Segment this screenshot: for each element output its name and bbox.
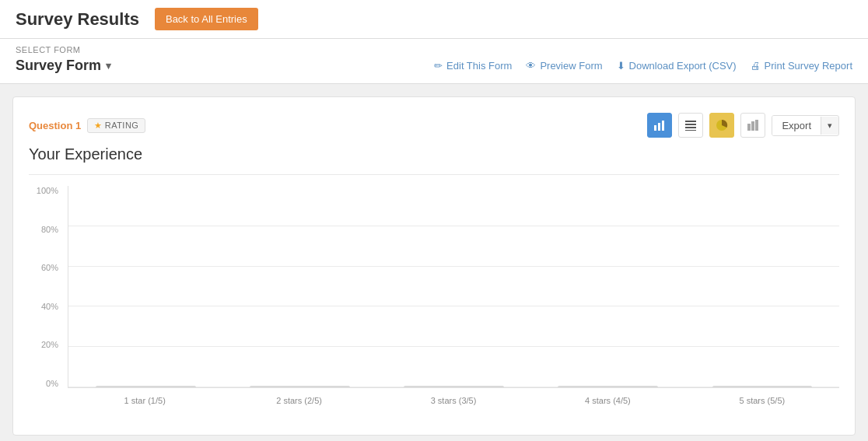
question-title: Your Experience (29, 145, 839, 163)
export-dropdown[interactable]: Export ▾ (772, 115, 839, 136)
page-title: Survey Results (16, 9, 139, 30)
histogram-icon (747, 119, 759, 131)
svg-rect-11 (755, 120, 758, 131)
svg-rect-0 (654, 125, 656, 131)
preview-form-label: Preview Form (540, 60, 602, 72)
bar-group (222, 386, 376, 387)
bar-group (376, 386, 530, 387)
selected-form-name: Survey Form (16, 58, 101, 74)
header-left: Survey Results Back to All Entries (16, 8, 258, 30)
table-view-button[interactable] (678, 113, 703, 138)
select-form-label: SELECT FORM (16, 45, 852, 54)
question-meta: Question 1 ★ RATING (29, 118, 145, 133)
bar-group (685, 386, 839, 387)
main-content: Question 1 ★ RATING (0, 84, 868, 441)
svg-rect-5 (685, 127, 696, 128)
download-export-label: Download Export (CSV) (629, 60, 737, 72)
preview-form-link[interactable]: 👁 Preview Form (526, 60, 602, 72)
edit-form-label: Edit This Form (446, 60, 512, 72)
question-type-badge: ★ RATING (87, 118, 145, 133)
top-header: Survey Results Back to All Entries (0, 0, 868, 39)
pie-chart-button[interactable] (709, 113, 734, 138)
chart-wrapper: 100% 80% 60% 40% 20% 0% 1 star (1/5)2 st… (29, 186, 839, 419)
form-actions: ✏ Edit This Form 👁 Preview Form ⬇ Downlo… (434, 60, 852, 72)
form-row: Survey Form ▾ ✏ Edit This Form 👁 Preview… (16, 58, 852, 74)
export-dropdown-arrow[interactable]: ▾ (821, 117, 838, 135)
bar-container (96, 386, 196, 387)
table-icon (684, 119, 697, 131)
download-icon: ⬇ (617, 60, 625, 72)
y-label-20: 20% (41, 340, 58, 349)
question-header: Question 1 ★ RATING (29, 113, 839, 138)
bar-container (558, 386, 658, 387)
x-label: 5 stars (5/5) (685, 396, 839, 405)
svg-rect-4 (685, 124, 696, 125)
bar (96, 386, 196, 387)
bar-container (404, 386, 504, 387)
bar-group (68, 386, 222, 387)
question-card: Question 1 ★ RATING (12, 96, 856, 436)
eye-icon: 👁 (526, 60, 536, 72)
chart-controls: Export ▾ (647, 113, 839, 138)
chevron-down-icon: ▾ (106, 60, 111, 72)
select-form-area: SELECT FORM Survey Form ▾ ✏ Edit This Fo… (0, 39, 868, 84)
histogram-button[interactable] (740, 113, 765, 138)
x-label: 3 stars (3/5) (376, 396, 530, 405)
y-label-80: 80% (41, 225, 58, 234)
svg-rect-6 (685, 130, 696, 131)
bar-chart-icon (653, 119, 666, 131)
y-label-60: 60% (41, 263, 58, 272)
bar-container (250, 386, 350, 387)
x-label: 2 stars (2/5) (222, 396, 376, 405)
export-label: Export (772, 116, 821, 135)
y-label-100: 100% (37, 186, 58, 195)
chart-bars-area (68, 186, 839, 388)
print-icon: 🖨 (751, 60, 761, 72)
bar-group (531, 386, 685, 387)
bar (404, 386, 504, 387)
svg-rect-1 (658, 123, 660, 131)
svg-rect-2 (662, 121, 664, 131)
x-label: 4 stars (4/5) (530, 396, 684, 405)
y-label-40: 40% (41, 302, 58, 311)
y-axis-labels: 100% 80% 60% 40% 20% 0% (29, 186, 65, 388)
star-icon: ★ (94, 121, 103, 131)
x-label: 1 star (1/5) (68, 396, 222, 405)
back-to-all-entries-button[interactable]: Back to All Entries (155, 8, 258, 30)
pie-chart-icon (716, 119, 728, 131)
form-selector-dropdown[interactable]: Survey Form ▾ (16, 58, 111, 74)
svg-rect-10 (751, 121, 754, 131)
question-number: Question 1 (29, 120, 81, 131)
bar (712, 386, 813, 387)
svg-rect-9 (747, 124, 751, 131)
edit-form-link[interactable]: ✏ Edit This Form (434, 60, 512, 72)
bar (558, 386, 658, 387)
question-type-label: RATING (105, 121, 139, 130)
bar-container (712, 386, 813, 387)
print-report-link[interactable]: 🖨 Print Survey Report (751, 60, 852, 72)
print-report-label: Print Survey Report (765, 60, 852, 72)
card-divider (29, 174, 839, 175)
svg-rect-3 (685, 121, 696, 122)
bar-chart-button[interactable] (647, 113, 672, 138)
pencil-icon: ✏ (434, 60, 443, 72)
download-export-link[interactable]: ⬇ Download Export (CSV) (617, 60, 737, 72)
y-label-0: 0% (46, 379, 58, 388)
bar (250, 386, 350, 387)
x-axis-labels: 1 star (1/5)2 stars (2/5)3 stars (3/5)4 … (68, 391, 839, 419)
